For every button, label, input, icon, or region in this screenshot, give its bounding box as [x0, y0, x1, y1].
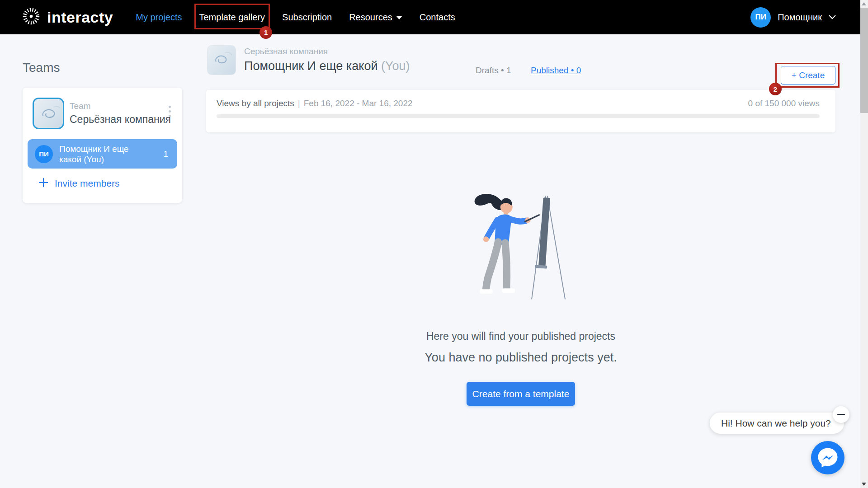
- scrollbar-down-arrow-icon[interactable]: [862, 483, 866, 486]
- workspace-thumbnail: [207, 45, 236, 75]
- views-date-range: Feb 16, 2022 - Mar 16, 2022: [304, 99, 413, 108]
- nav-item-resources[interactable]: Resources: [349, 12, 402, 23]
- annotation-step-badge-2: 2: [769, 83, 782, 95]
- user-name: Помощник: [778, 12, 822, 23]
- nav-item-my-projects[interactable]: My projects: [136, 12, 182, 23]
- member-project-count: 1: [163, 149, 168, 159]
- annotation-step-badge-1: 1: [259, 26, 272, 39]
- chat-minimize-button[interactable]: [833, 406, 849, 423]
- views-stats-row: Views by all projects | Feb 16, 2022 - M…: [217, 99, 820, 108]
- you-suffix: (You): [381, 59, 410, 73]
- invite-members-label: Invite members: [55, 178, 120, 189]
- workspace-header: Серьёзная компания Помощник И еще какой …: [206, 45, 835, 77]
- team-avatar[interactable]: [33, 98, 64, 129]
- create-button-wrap: + Create 2: [781, 66, 835, 84]
- chevron-down-icon: [829, 13, 836, 21]
- create-button[interactable]: + Create: [781, 66, 835, 84]
- workspace-names: Серьёзная компания Помощник И еще какой …: [244, 47, 410, 73]
- team-avatar-image: [34, 99, 62, 127]
- nav-menu: My projects Template gallery 1 Subscript…: [136, 12, 455, 23]
- top-nav: interacty My projects Template gallery 1…: [0, 0, 860, 34]
- drafts-counter[interactable]: Drafts • 1: [476, 66, 511, 75]
- team-options-kebab-icon[interactable]: [167, 104, 173, 119]
- empty-state-illustration: [460, 190, 582, 305]
- plus-icon: [38, 178, 48, 189]
- chat-greeting-text: Hi! How can we help you?: [721, 418, 831, 429]
- minus-icon: [837, 414, 845, 415]
- user-menu[interactable]: ПИ Помощник: [750, 0, 836, 34]
- nav-item-template-gallery[interactable]: Template gallery 1: [199, 12, 265, 23]
- views-stats-card: Views by all projects | Feb 16, 2022 - M…: [206, 90, 835, 132]
- invite-members-button[interactable]: Invite members: [38, 178, 177, 189]
- published-tab-link[interactable]: Published • 0: [531, 66, 581, 75]
- team-card-header: Team Серьёзная компания: [28, 98, 177, 129]
- brand-name: interacty: [47, 9, 113, 26]
- workspace-team-name: Серьёзная компания: [244, 47, 410, 56]
- interacty-logo-icon: [21, 6, 42, 28]
- scrollbar-up-arrow-icon[interactable]: [862, 2, 866, 5]
- scrollbar-thumb[interactable]: [860, 8, 868, 113]
- vertical-scrollbar[interactable]: [860, 0, 868, 488]
- user-avatar[interactable]: ПИ: [750, 7, 771, 28]
- team-type-label: Team: [70, 101, 171, 111]
- empty-state-line1: Here you will find your published projec…: [206, 330, 835, 343]
- dropdown-caret-icon: [396, 16, 402, 19]
- team-card: Team Серьёзная компания ПИ Помощник И ещ…: [23, 88, 182, 203]
- team-name: Серьёзная компания: [70, 113, 171, 126]
- nav-item-subscription[interactable]: Subscription: [282, 12, 332, 23]
- views-progress-bar: [217, 114, 820, 118]
- member-name: Помощник И еще какой (You): [59, 144, 129, 164]
- views-usage: 0 of 150 000 views: [748, 99, 820, 108]
- chat-greeting-bubble[interactable]: Hi! How can we help you?: [710, 413, 844, 434]
- brand-logo[interactable]: interacty: [21, 6, 113, 28]
- member-avatar: ПИ: [35, 145, 53, 163]
- member-row[interactable]: ПИ Помощник И еще какой (You) 1: [28, 139, 177, 169]
- views-separator: |: [298, 99, 300, 108]
- teams-sidebar: Teams Team Серьёзная компания ПИ Помощни…: [23, 61, 182, 203]
- nav-item-contacts[interactable]: Contacts: [420, 12, 455, 23]
- empty-state-line2: You have no published projects yet.: [206, 351, 835, 365]
- views-label: Views by all projects: [217, 99, 294, 108]
- workspace-thumbnail-image: [209, 47, 234, 73]
- create-from-template-button[interactable]: Create from a template: [467, 382, 575, 406]
- messenger-chat-button[interactable]: [811, 441, 844, 474]
- teams-title: Teams: [23, 61, 182, 75]
- page-title: Помощник И еще какой (You): [244, 59, 410, 73]
- team-info: Team Серьёзная компания: [70, 98, 171, 126]
- messenger-icon: [811, 441, 844, 474]
